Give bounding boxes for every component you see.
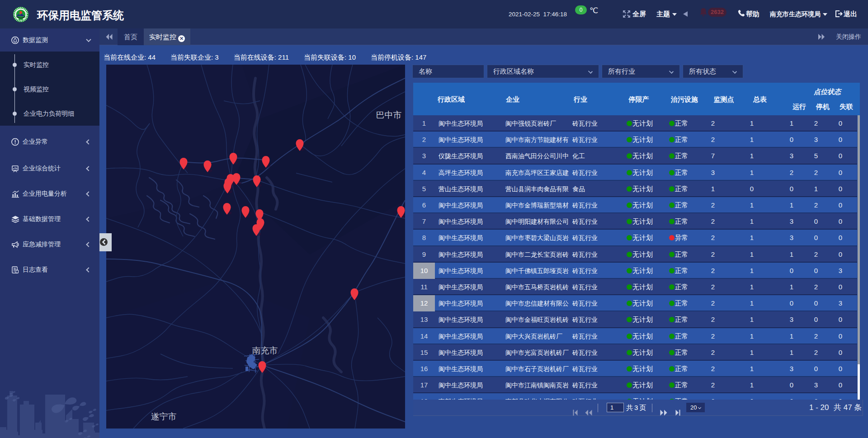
svg-text:遂宁市: 遂宁市 [151,412,177,421]
svg-text:南充市: 南充市 [252,346,278,355]
svg-text:巴中市: 巴中市 [376,110,402,120]
